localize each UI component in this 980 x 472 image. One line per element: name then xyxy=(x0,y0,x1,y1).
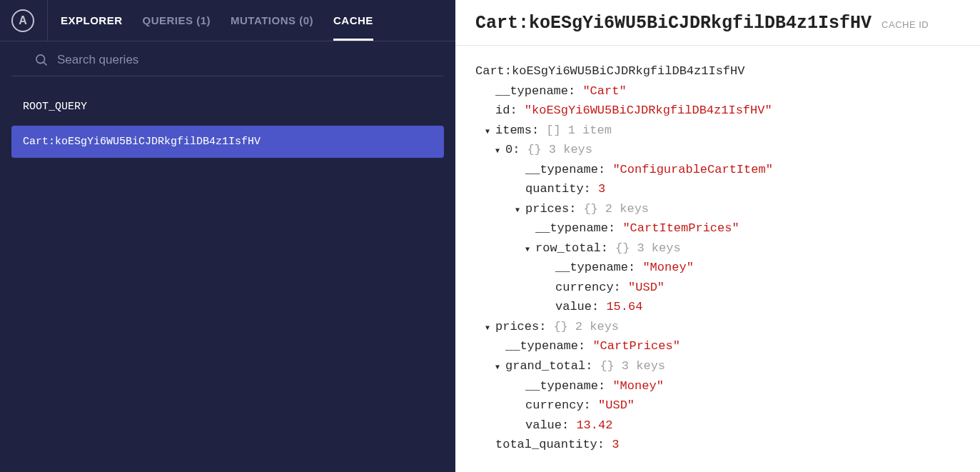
cache-item-root-query[interactable]: ROOT_QUERY xyxy=(11,91,444,123)
tree-meta: 3 keys xyxy=(549,143,592,156)
tree-row: ▼0:{}3 keys xyxy=(475,140,960,160)
tree-key: id: xyxy=(495,104,517,117)
tree-root-key: Cart:koESgYi6WU5BiCJDRkgfilDB4z1IsfHV xyxy=(475,64,744,78)
tree-value: "CartPrices" xyxy=(592,339,680,353)
cache-id-label: CACHE ID xyxy=(882,19,929,30)
tree-meta: 2 keys xyxy=(605,202,649,216)
tree-meta: 3 keys xyxy=(637,241,680,255)
tree-value: "CartItemPrices" xyxy=(622,221,739,235)
tree-value: "Money" xyxy=(612,379,663,393)
search-input[interactable] xyxy=(57,53,431,67)
tree-brackets: {} xyxy=(600,359,614,373)
tree-value: "USD" xyxy=(628,281,665,294)
tree-key: items: xyxy=(495,124,539,137)
tree-value: "Cart" xyxy=(582,84,626,98)
tree-row: __typename: "CartPrices" xyxy=(475,336,960,356)
tree-brackets: {} xyxy=(553,320,567,333)
caret-down-icon[interactable]: ▼ xyxy=(485,126,495,138)
caret-down-icon[interactable]: ▼ xyxy=(485,323,495,334)
apollo-logo-icon: A xyxy=(11,9,34,32)
tree-key: __typename: xyxy=(525,163,605,176)
tree-key: currency: xyxy=(555,281,621,294)
tree-key: value: xyxy=(555,300,599,313)
tree-key: value: xyxy=(525,418,569,432)
tree-row: ▼items:[]1 item xyxy=(475,121,960,141)
tree-value: 15.64 xyxy=(606,300,642,313)
caret-down-icon[interactable]: ▼ xyxy=(495,362,505,373)
tree-key: 0: xyxy=(505,143,520,156)
tree-row: quantity: 3 xyxy=(475,179,960,199)
tree-value: "USD" xyxy=(598,398,635,412)
tree-key: __typename: xyxy=(535,221,615,235)
tree-key: __typename: xyxy=(555,261,635,274)
tree-row: ▼row_total:{}3 keys xyxy=(475,238,960,258)
tab-queries[interactable]: QUERIES (1) xyxy=(143,0,211,41)
tree-brackets: {} xyxy=(583,202,597,216)
tree-key: grand_total: xyxy=(505,359,592,373)
tree-row: __typename: "Cart" xyxy=(475,81,960,101)
top-nav: A EXPLORER QUERIES (1) MUTATIONS (0) CAC… xyxy=(0,0,455,41)
tree-row: value: 13.42 xyxy=(475,416,960,436)
tree-row: __typename: "Money" xyxy=(475,258,960,278)
logo-wrap: A xyxy=(11,0,48,41)
caret-down-icon[interactable]: ▼ xyxy=(495,146,505,157)
tree-meta: 2 keys xyxy=(575,320,619,333)
tree-key: prices: xyxy=(525,202,576,216)
tree-key: prices: xyxy=(495,320,546,333)
tree-value: "Money" xyxy=(642,261,693,274)
caret-down-icon[interactable]: ▼ xyxy=(525,244,535,256)
cache-item-cart[interactable]: Cart:koESgYi6WU5BiCJDRkgfilDB4z1IsfHV xyxy=(11,126,444,158)
tree-row: id: "koESgYi6WU5BiCJDRkgfilDB4z1IsfHV" xyxy=(475,101,960,121)
sidebar: A EXPLORER QUERIES (1) MUTATIONS (0) CAC… xyxy=(0,0,455,472)
tree-meta: 3 keys xyxy=(622,359,665,373)
tree-row: currency: "USD" xyxy=(475,278,960,298)
tab-mutations[interactable]: MUTATIONS (0) xyxy=(231,0,313,41)
tree-row: __typename: "Money" xyxy=(475,376,960,396)
tree-row: currency: "USD" xyxy=(475,396,960,416)
tab-cache[interactable]: CACHE xyxy=(333,0,373,41)
search-row xyxy=(11,41,444,76)
tab-explorer[interactable]: EXPLORER xyxy=(61,0,123,41)
svg-line-1 xyxy=(44,62,46,65)
tree-row: __typename: "ConfigurableCartItem" xyxy=(475,160,960,180)
tree-value: "koESgYi6WU5BiCJDRkgfilDB4z1IsfHV" xyxy=(525,104,772,117)
tree-value: 3 xyxy=(598,182,605,196)
nav-items: EXPLORER QUERIES (1) MUTATIONS (0) CACHE xyxy=(48,0,373,41)
caret-down-icon[interactable]: ▼ xyxy=(515,205,525,216)
cache-list: ROOT_QUERY Cart:koESgYi6WU5BiCJDRkgfilDB… xyxy=(0,76,455,175)
tree-row: ▼prices:{}2 keys xyxy=(475,317,960,337)
tree-key: __typename: xyxy=(505,339,585,353)
tree-value: "ConfigurableCartItem" xyxy=(612,163,772,176)
main-header: Cart:koESgYi6WU5BiCJDRkgfilDB4z1IsfHV CA… xyxy=(455,0,980,46)
tree-root: Cart:koESgYi6WU5BiCJDRkgfilDB4z1IsfHV xyxy=(475,61,960,81)
tree-row: ▼grand_total:{}3 keys xyxy=(475,356,960,376)
tree-brackets: [] xyxy=(546,124,560,137)
tree-value: 3 xyxy=(612,438,619,451)
search-icon xyxy=(34,53,49,67)
tree-row: total_quantity: 3 xyxy=(475,435,960,455)
cache-tree: Cart:koESgYi6WU5BiCJDRkgfilDB4z1IsfHV __… xyxy=(455,46,980,471)
tree-row: ▼prices:{}2 keys xyxy=(475,199,960,219)
tree-key: row_total: xyxy=(535,241,608,255)
tree-key: __typename: xyxy=(525,379,605,393)
tree-meta: 1 item xyxy=(568,124,612,137)
svg-point-0 xyxy=(36,55,45,64)
tree-key: quantity: xyxy=(525,182,591,196)
main-panel: Cart:koESgYi6WU5BiCJDRkgfilDB4z1IsfHV CA… xyxy=(455,0,980,472)
tree-key: currency: xyxy=(525,398,591,412)
tree-brackets: {} xyxy=(615,241,630,255)
cache-id-title: Cart:koESgYi6WU5BiCJDRkgfilDB4z1IsfHV xyxy=(475,13,872,34)
tree-brackets: {} xyxy=(527,143,541,156)
tree-row: value: 15.64 xyxy=(475,297,960,317)
tree-value: 13.42 xyxy=(576,418,612,432)
tree-row: __typename: "CartItemPrices" xyxy=(475,219,960,238)
tree-key: __typename: xyxy=(495,84,575,98)
tree-key: total_quantity: xyxy=(495,438,605,451)
